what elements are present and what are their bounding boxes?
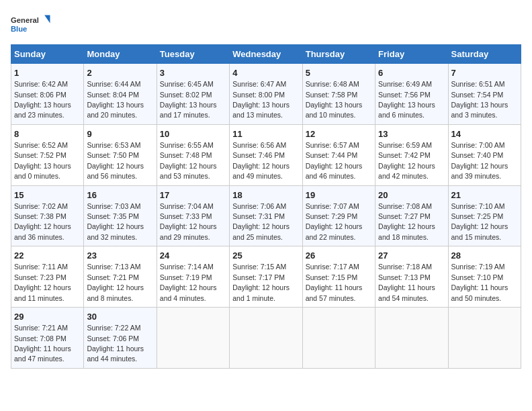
header: General Blue <box>11 11 521 38</box>
day-info: Sunrise: 7:14 AM Sunset: 7:19 PM Dayligh… <box>160 263 217 302</box>
calendar-cell: 30Sunrise: 7:22 AM Sunset: 7:06 PM Dayli… <box>84 308 157 369</box>
day-number: 13 <box>378 128 445 140</box>
day-info: Sunrise: 6:59 AM Sunset: 7:42 PM Dayligh… <box>378 141 435 180</box>
day-info: Sunrise: 6:53 AM Sunset: 7:50 PM Dayligh… <box>87 141 144 180</box>
calendar-week-row: 22Sunrise: 7:11 AM Sunset: 7:23 PM Dayli… <box>11 246 521 308</box>
calendar-cell: 29Sunrise: 7:21 AM Sunset: 7:08 PM Dayli… <box>11 308 84 369</box>
col-header-monday: Monday <box>84 45 157 64</box>
col-header-thursday: Thursday <box>302 45 375 64</box>
calendar-cell: 9Sunrise: 6:53 AM Sunset: 7:50 PM Daylig… <box>84 124 157 185</box>
day-info: Sunrise: 7:17 AM Sunset: 7:15 PM Dayligh… <box>306 263 363 302</box>
day-number: 18 <box>232 189 299 201</box>
calendar-cell: 5Sunrise: 6:48 AM Sunset: 7:58 PM Daylig… <box>302 64 375 125</box>
day-number: 26 <box>306 250 372 262</box>
calendar-week-row: 8Sunrise: 6:52 AM Sunset: 7:52 PM Daylig… <box>11 124 521 185</box>
calendar-cell: 23Sunrise: 7:13 AM Sunset: 7:21 PM Dayli… <box>84 246 157 308</box>
day-info: Sunrise: 7:07 AM Sunset: 7:29 PM Dayligh… <box>306 202 363 241</box>
day-info: Sunrise: 6:57 AM Sunset: 7:44 PM Dayligh… <box>306 141 363 180</box>
day-number: 14 <box>451 128 518 140</box>
day-info: Sunrise: 7:00 AM Sunset: 7:40 PM Dayligh… <box>451 141 508 180</box>
day-info: Sunrise: 6:51 AM Sunset: 7:54 PM Dayligh… <box>451 80 508 119</box>
calendar-table: SundayMondayTuesdayWednesdayThursdayFrid… <box>11 44 521 369</box>
day-info: Sunrise: 6:45 AM Sunset: 8:02 PM Dayligh… <box>160 80 217 119</box>
day-number: 20 <box>378 189 445 201</box>
day-info: Sunrise: 6:49 AM Sunset: 7:56 PM Dayligh… <box>378 80 435 119</box>
day-number: 30 <box>87 311 153 323</box>
day-info: Sunrise: 7:19 AM Sunset: 7:10 PM Dayligh… <box>451 263 508 302</box>
calendar-cell: 1Sunrise: 6:42 AM Sunset: 8:06 PM Daylig… <box>11 64 84 125</box>
day-number: 25 <box>232 250 299 262</box>
day-info: Sunrise: 7:02 AM Sunset: 7:38 PM Dayligh… <box>14 202 71 241</box>
day-info: Sunrise: 7:03 AM Sunset: 7:35 PM Dayligh… <box>87 202 144 241</box>
col-header-wednesday: Wednesday <box>230 45 302 64</box>
day-number: 17 <box>160 189 226 201</box>
day-number: 6 <box>378 67 445 79</box>
day-number: 15 <box>14 189 81 201</box>
calendar-week-row: 1Sunrise: 6:42 AM Sunset: 8:06 PM Daylig… <box>11 64 521 125</box>
day-number: 1 <box>14 67 81 79</box>
day-info: Sunrise: 6:48 AM Sunset: 7:58 PM Dayligh… <box>306 80 363 119</box>
day-info: Sunrise: 7:15 AM Sunset: 7:17 PM Dayligh… <box>232 263 290 302</box>
calendar-cell: 19Sunrise: 7:07 AM Sunset: 7:29 PM Dayli… <box>302 185 375 246</box>
svg-marker-2 <box>44 15 50 24</box>
calendar-cell: 22Sunrise: 7:11 AM Sunset: 7:23 PM Dayli… <box>11 246 84 308</box>
day-number: 21 <box>451 189 518 201</box>
day-number: 11 <box>232 128 299 140</box>
day-number: 5 <box>306 67 372 79</box>
calendar-cell: 15Sunrise: 7:02 AM Sunset: 7:38 PM Dayli… <box>11 185 84 246</box>
day-info: Sunrise: 6:55 AM Sunset: 7:48 PM Dayligh… <box>160 141 217 180</box>
calendar-cell <box>302 308 375 369</box>
day-number: 12 <box>306 128 372 140</box>
col-header-saturday: Saturday <box>448 45 521 64</box>
day-info: Sunrise: 7:13 AM Sunset: 7:21 PM Dayligh… <box>87 263 144 302</box>
col-header-sunday: Sunday <box>11 45 84 64</box>
calendar-cell: 28Sunrise: 7:19 AM Sunset: 7:10 PM Dayli… <box>448 246 521 308</box>
day-number: 28 <box>451 250 518 262</box>
svg-text:Blue: Blue <box>11 25 27 33</box>
day-info: Sunrise: 7:21 AM Sunset: 7:08 PM Dayligh… <box>14 324 71 363</box>
day-number: 22 <box>14 250 81 262</box>
day-number: 7 <box>451 67 518 79</box>
day-number: 27 <box>378 250 445 262</box>
day-info: Sunrise: 6:42 AM Sunset: 8:06 PM Dayligh… <box>14 80 71 119</box>
calendar-cell: 10Sunrise: 6:55 AM Sunset: 7:48 PM Dayli… <box>157 124 229 185</box>
day-info: Sunrise: 6:52 AM Sunset: 7:52 PM Dayligh… <box>14 141 71 180</box>
day-number: 3 <box>160 67 226 79</box>
calendar-cell: 4Sunrise: 6:47 AM Sunset: 8:00 PM Daylig… <box>230 64 302 125</box>
calendar-cell: 17Sunrise: 7:04 AM Sunset: 7:33 PM Dayli… <box>157 185 229 246</box>
day-info: Sunrise: 7:22 AM Sunset: 7:06 PM Dayligh… <box>87 324 144 363</box>
calendar-cell: 20Sunrise: 7:08 AM Sunset: 7:27 PM Dayli… <box>375 185 448 246</box>
day-info: Sunrise: 7:08 AM Sunset: 7:27 PM Dayligh… <box>378 202 435 241</box>
col-header-tuesday: Tuesday <box>157 45 229 64</box>
calendar-cell: 11Sunrise: 6:56 AM Sunset: 7:46 PM Dayli… <box>230 124 302 185</box>
svg-text:General: General <box>11 16 39 24</box>
calendar-cell <box>448 308 521 369</box>
day-info: Sunrise: 6:47 AM Sunset: 8:00 PM Dayligh… <box>232 80 290 119</box>
logo: General Blue <box>11 11 51 38</box>
day-number: 19 <box>306 189 372 201</box>
calendar-cell: 26Sunrise: 7:17 AM Sunset: 7:15 PM Dayli… <box>302 246 375 308</box>
day-number: 4 <box>232 67 299 79</box>
day-number: 10 <box>160 128 226 140</box>
calendar-header-row: SundayMondayTuesdayWednesdayThursdayFrid… <box>11 45 521 64</box>
logo-svg: General Blue <box>11 11 51 38</box>
day-number: 16 <box>87 189 153 201</box>
calendar-cell: 24Sunrise: 7:14 AM Sunset: 7:19 PM Dayli… <box>157 246 229 308</box>
calendar-week-row: 15Sunrise: 7:02 AM Sunset: 7:38 PM Dayli… <box>11 185 521 246</box>
day-info: Sunrise: 6:44 AM Sunset: 8:04 PM Dayligh… <box>87 80 144 119</box>
day-info: Sunrise: 7:10 AM Sunset: 7:25 PM Dayligh… <box>451 202 508 241</box>
calendar-cell: 25Sunrise: 7:15 AM Sunset: 7:17 PM Dayli… <box>230 246 302 308</box>
calendar-cell <box>230 308 302 369</box>
calendar-cell: 13Sunrise: 6:59 AM Sunset: 7:42 PM Dayli… <box>375 124 448 185</box>
day-number: 24 <box>160 250 226 262</box>
day-number: 2 <box>87 67 153 79</box>
calendar-cell: 18Sunrise: 7:06 AM Sunset: 7:31 PM Dayli… <box>230 185 302 246</box>
calendar-cell: 21Sunrise: 7:10 AM Sunset: 7:25 PM Dayli… <box>448 185 521 246</box>
day-number: 9 <box>87 128 153 140</box>
calendar-cell: 3Sunrise: 6:45 AM Sunset: 8:02 PM Daylig… <box>157 64 229 125</box>
col-header-friday: Friday <box>375 45 448 64</box>
calendar-cell: 7Sunrise: 6:51 AM Sunset: 7:54 PM Daylig… <box>448 64 521 125</box>
day-number: 8 <box>14 128 81 140</box>
day-info: Sunrise: 7:06 AM Sunset: 7:31 PM Dayligh… <box>232 202 290 241</box>
day-info: Sunrise: 7:04 AM Sunset: 7:33 PM Dayligh… <box>160 202 217 241</box>
